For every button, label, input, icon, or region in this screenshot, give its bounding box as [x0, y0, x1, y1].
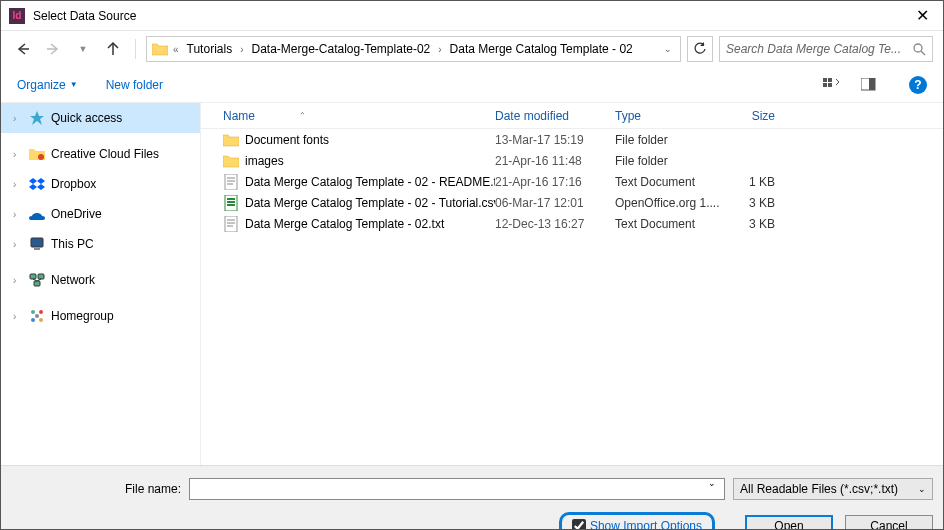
- file-row[interactable]: Data Merge Catalog Template - 02 - READM…: [201, 171, 943, 192]
- file-name: Data Merge Catalog Template - 02 - Tutor…: [245, 196, 495, 210]
- organize-label: Organize: [17, 78, 66, 92]
- sidebar-item[interactable]: ›Dropbox: [1, 169, 200, 199]
- folder-icon: [223, 153, 239, 169]
- svg-rect-12: [34, 281, 40, 286]
- sidebar-item-label: Network: [51, 273, 200, 287]
- file-type: OpenOffice.org 1....: [615, 196, 735, 210]
- chevron-down-icon: ⌄: [918, 484, 926, 494]
- view-button[interactable]: [821, 74, 843, 96]
- file-area: Name ⌃ Date modified Type Size Document …: [201, 103, 943, 465]
- file-row[interactable]: Data Merge Catalog Template - 02 - Tutor…: [201, 192, 943, 213]
- svg-rect-10: [30, 274, 36, 279]
- preview-pane-button[interactable]: [859, 74, 881, 96]
- sidebar-icon: [29, 308, 45, 324]
- sidebar-item[interactable]: ›This PC: [1, 229, 200, 259]
- file-row[interactable]: Data Merge Catalog Template - 02.txt12-D…: [201, 213, 943, 234]
- svg-rect-20: [227, 198, 235, 200]
- window-title: Select Data Source: [33, 9, 910, 23]
- file-row[interactable]: Document fonts13-Mar-17 15:19File folder: [201, 129, 943, 150]
- svg-rect-9: [34, 248, 40, 250]
- filename-label: File name:: [11, 482, 181, 496]
- cancel-button[interactable]: Cancel: [845, 515, 933, 530]
- nav-row: ▼ « Tutorials › Data-Merge-Catalog-Templ…: [1, 31, 943, 67]
- chevron-down-icon[interactable]: ⌄: [708, 478, 716, 488]
- sidebar-item-label: OneDrive: [51, 207, 200, 221]
- sidebar-item[interactable]: ›OneDrive: [1, 199, 200, 229]
- txt-icon: [223, 174, 239, 190]
- file-date: 21-Apr-16 11:48: [495, 154, 615, 168]
- sort-asc-icon: ⌃: [299, 111, 306, 120]
- import-options-label: Show Import Options: [590, 519, 702, 530]
- breadcrumb-dropdown[interactable]: ⌄: [660, 44, 676, 54]
- import-options-checkbox[interactable]: [572, 519, 586, 530]
- chevron-right-icon: ›: [238, 44, 245, 55]
- sidebar-icon: [29, 272, 45, 288]
- chevron-right-icon: ›: [13, 275, 23, 286]
- column-headers: Name ⌃ Date modified Type Size: [201, 103, 943, 129]
- sidebar-item-label: Dropbox: [51, 177, 200, 191]
- header-size[interactable]: Size: [735, 109, 815, 123]
- sidebar-item[interactable]: ›Quick access: [1, 103, 200, 133]
- filetype-label: All Readable Files (*.csv;*.txt): [740, 482, 898, 496]
- chevron-right-icon: ›: [436, 44, 443, 55]
- filename-input[interactable]: [194, 479, 720, 493]
- header-date[interactable]: Date modified: [495, 109, 615, 123]
- file-type: Text Document: [615, 217, 735, 231]
- chevron-right-icon: ›: [13, 311, 23, 322]
- breadcrumb-item[interactable]: Data Merge Catalog Template - 02: [446, 42, 637, 56]
- file-size: 1 KB: [735, 175, 815, 189]
- chevron-right-icon: ›: [13, 113, 23, 124]
- help-button[interactable]: ?: [909, 76, 927, 94]
- chevron-down-icon: ▼: [70, 80, 78, 89]
- chevron-right-icon: ›: [13, 209, 23, 220]
- toolbar: Organize ▼ New folder ?: [1, 67, 943, 103]
- search-icon[interactable]: [912, 42, 926, 56]
- search-input[interactable]: [726, 42, 906, 56]
- header-type[interactable]: Type: [615, 109, 735, 123]
- folder-icon: [151, 40, 169, 58]
- new-folder-button[interactable]: New folder: [106, 78, 163, 92]
- breadcrumb-item[interactable]: Tutorials: [183, 42, 237, 56]
- open-button[interactable]: Open: [745, 515, 833, 530]
- svg-point-16: [39, 318, 43, 322]
- file-date: 13-Mar-17 15:19: [495, 133, 615, 147]
- back-button[interactable]: [11, 37, 35, 61]
- file-size: 3 KB: [735, 196, 815, 210]
- svg-rect-6: [869, 78, 875, 90]
- svg-rect-23: [225, 216, 237, 232]
- search-box[interactable]: [719, 36, 933, 62]
- sidebar-item[interactable]: ›Creative Cloud Files: [1, 139, 200, 169]
- close-icon[interactable]: ✕: [910, 6, 935, 25]
- svg-rect-11: [38, 274, 44, 279]
- chevron-right-icon: ›: [13, 149, 23, 160]
- forward-button[interactable]: [41, 37, 65, 61]
- refresh-button[interactable]: [687, 36, 713, 62]
- recent-dropdown[interactable]: ▼: [71, 37, 95, 61]
- sidebar-icon: [29, 146, 45, 162]
- svg-rect-8: [31, 238, 43, 247]
- filename-input-wrap[interactable]: ⌄: [189, 478, 725, 500]
- file-row[interactable]: images21-Apr-16 11:48File folder: [201, 150, 943, 171]
- file-name: images: [245, 154, 284, 168]
- up-button[interactable]: [101, 37, 125, 61]
- organize-button[interactable]: Organize ▼: [17, 78, 78, 92]
- show-import-options[interactable]: Show Import Options: [559, 512, 715, 530]
- file-name: Document fonts: [245, 133, 329, 147]
- svg-rect-3: [823, 83, 827, 87]
- sidebar-item-label: Creative Cloud Files: [51, 147, 200, 161]
- sidebar-icon: [29, 176, 45, 192]
- breadcrumb[interactable]: « Tutorials › Data-Merge-Catalog-Templat…: [146, 36, 681, 62]
- file-date: 21-Apr-16 17:16: [495, 175, 615, 189]
- header-name[interactable]: Name ⌃: [201, 109, 495, 123]
- sidebar-item[interactable]: ›Homegroup: [1, 301, 200, 331]
- sidebar-icon: [29, 110, 45, 126]
- svg-point-14: [39, 310, 43, 314]
- breadcrumb-item[interactable]: Data-Merge-Catalog-Template-02: [247, 42, 434, 56]
- sidebar-item-label: This PC: [51, 237, 200, 251]
- filetype-select[interactable]: All Readable Files (*.csv;*.txt) ⌄: [733, 478, 933, 500]
- csv-icon: [223, 195, 239, 211]
- svg-rect-2: [828, 78, 832, 82]
- sidebar-item-label: Quick access: [51, 111, 200, 125]
- breadcrumb-prefix: «: [171, 44, 181, 55]
- sidebar-item[interactable]: ›Network: [1, 265, 200, 295]
